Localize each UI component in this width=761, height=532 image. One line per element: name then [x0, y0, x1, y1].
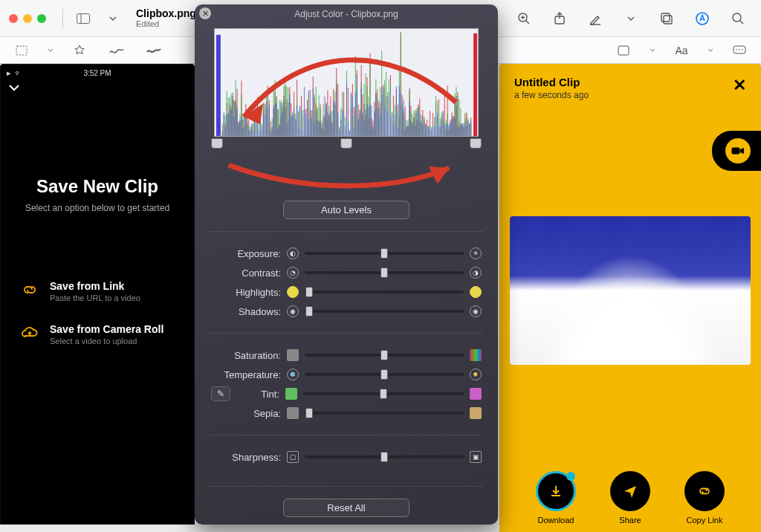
record-fab[interactable]	[712, 131, 761, 171]
markup-icon[interactable]	[691, 9, 713, 28]
svg-rect-495	[452, 116, 453, 136]
chevron-down-icon[interactable]	[48, 48, 54, 52]
svg-rect-474	[441, 120, 442, 136]
svg-rect-282	[348, 123, 349, 136]
svg-rect-246	[330, 111, 331, 136]
svg-rect-270	[342, 109, 343, 136]
svg-rect-345	[378, 108, 379, 136]
clip-thumbnail[interactable]	[510, 216, 751, 365]
auto-levels-button[interactable]: Auto Levels	[283, 201, 409, 219]
svg-rect-63	[241, 117, 242, 136]
chevron-down-icon[interactable]	[102, 9, 124, 28]
close-icon[interactable]: ✕	[733, 76, 746, 95]
traffic-lights[interactable]	[9, 14, 46, 23]
back-chevron-icon[interactable]	[1, 81, 194, 94]
saturation-slider[interactable]	[305, 354, 464, 357]
svg-rect-168	[292, 114, 293, 136]
adjust-color-panel: ✕ Adjust Color - Clipbox.png Auto Levels	[195, 4, 498, 525]
slider-label: Shadows:	[211, 306, 281, 317]
svg-rect-210	[313, 88, 314, 136]
tint-slider[interactable]	[303, 392, 464, 395]
svg-rect-309	[361, 88, 362, 136]
contrast-slider[interactable]	[305, 271, 464, 274]
share-icon[interactable]	[548, 9, 571, 28]
panel-titlebar[interactable]: ✕ Adjust Color - Clipbox.png	[195, 4, 498, 24]
search-icon[interactable]	[727, 9, 749, 28]
svg-rect-336	[374, 112, 375, 136]
minimize-window-icon[interactable]	[23, 14, 32, 23]
instant-alpha-icon[interactable]	[68, 41, 91, 60]
svg-rect-78	[248, 129, 249, 136]
svg-rect-492	[450, 123, 451, 136]
svg-rect-24	[222, 134, 223, 136]
draw-icon[interactable]	[143, 41, 165, 60]
svg-rect-141	[279, 126, 280, 136]
chevron-down-icon[interactable]	[650, 48, 655, 52]
svg-rect-84	[251, 124, 252, 136]
sketch-icon[interactable]	[106, 41, 128, 60]
svg-rect-432	[421, 115, 421, 136]
svg-rect-219	[317, 120, 318, 136]
svg-rect-390	[401, 93, 401, 136]
svg-rect-396	[404, 100, 404, 136]
separator	[62, 9, 63, 28]
svg-rect-462	[435, 116, 436, 136]
svg-rect-459	[434, 127, 435, 136]
svg-point-18	[742, 49, 743, 51]
zoom-in-icon[interactable]	[513, 9, 535, 28]
fill-color-icon[interactable]	[612, 41, 635, 60]
tint-green-icon	[285, 388, 297, 400]
levels-white-handle[interactable]	[470, 138, 482, 149]
svg-rect-261	[337, 111, 338, 136]
svg-rect-426	[418, 107, 418, 136]
clip-title: Untitled Clip	[514, 76, 589, 88]
close-icon[interactable]: ✕	[199, 7, 211, 19]
chevron-down-icon[interactable]	[707, 48, 713, 52]
svg-rect-318	[366, 110, 366, 136]
svg-rect-465	[437, 113, 438, 136]
svg-rect-375	[393, 124, 394, 136]
svg-rect-204	[310, 90, 311, 136]
svg-rect-483	[446, 124, 447, 136]
eyedropper-button[interactable]: ✎	[211, 386, 230, 401]
share-action[interactable]: Share	[610, 471, 650, 525]
sharpness-slider[interactable]	[305, 455, 464, 458]
close-window-icon[interactable]	[9, 14, 18, 23]
svg-rect-522	[464, 123, 465, 136]
svg-rect-126	[272, 127, 273, 136]
svg-rect-450	[430, 129, 430, 136]
selection-tool-icon[interactable]	[10, 41, 33, 60]
svg-rect-192	[304, 87, 305, 136]
svg-rect-477	[443, 111, 444, 136]
copy-link-action[interactable]: Copy Link	[684, 471, 725, 525]
sidebar-toggle-icon[interactable]	[72, 9, 94, 28]
saturation-high-icon	[470, 349, 482, 361]
svg-rect-171	[294, 109, 294, 136]
camera-icon	[725, 138, 751, 163]
levels-mid-handle[interactable]	[340, 138, 352, 149]
chevron-down-icon[interactable]	[620, 9, 642, 28]
temperature-slider[interactable]	[305, 373, 464, 376]
rotate-icon[interactable]	[655, 9, 678, 28]
svg-rect-102	[260, 124, 261, 136]
edit-icon[interactable]	[584, 9, 606, 28]
fullscreen-window-icon[interactable]	[37, 14, 46, 23]
svg-rect-447	[428, 126, 429, 136]
save-from-camera-roll-option[interactable]: Save from Camera Roll Select a video to …	[1, 313, 194, 356]
svg-rect-237	[326, 104, 326, 136]
save-from-link-option[interactable]: Save from Link Paste the URL to a video	[1, 270, 194, 313]
sepia-slider[interactable]	[305, 412, 464, 415]
levels-handles[interactable]	[214, 138, 479, 152]
exposure-slider[interactable]	[305, 252, 464, 255]
download-action[interactable]: Download	[536, 471, 576, 525]
svg-rect-207	[311, 117, 312, 136]
shadows-slider[interactable]	[305, 310, 464, 313]
annotation-icon[interactable]	[728, 41, 751, 60]
svg-line-3	[526, 21, 529, 24]
highlights-slider[interactable]	[305, 291, 464, 293]
svg-rect-315	[364, 121, 365, 136]
levels-black-handle[interactable]	[211, 138, 223, 149]
svg-rect-429	[419, 121, 420, 136]
text-style-button[interactable]: Aa	[670, 41, 693, 60]
reset-all-button[interactable]: Reset All	[283, 499, 409, 517]
